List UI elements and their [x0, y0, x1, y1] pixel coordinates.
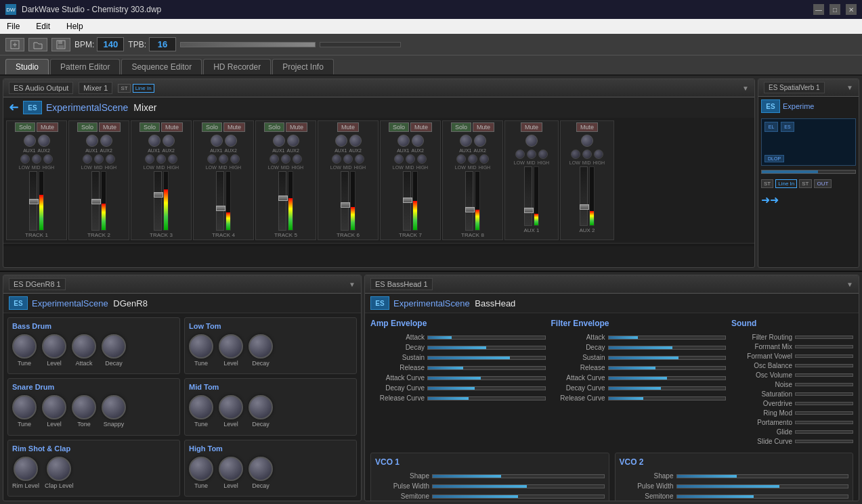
titlebar-controls[interactable]: — □ ✕	[813, 4, 857, 15]
mid-eq-t4[interactable]	[219, 154, 228, 164]
fader-t7[interactable]	[403, 171, 411, 231]
high-tom-level-knob[interactable]	[219, 457, 243, 481]
low-eq-t3[interactable]	[145, 154, 154, 164]
tab-hd-recorder[interactable]: HD Recorder	[203, 59, 271, 74]
high-eq-t2[interactable]	[106, 154, 115, 164]
mixer-collapse-arrow[interactable]: ▼	[742, 85, 749, 92]
filt-attack-slider[interactable]	[608, 336, 727, 340]
high-tom-decay-knob[interactable]	[249, 457, 273, 481]
sound-glide-slider[interactable]	[795, 430, 853, 434]
low-eq-t2[interactable]	[83, 154, 92, 164]
mute-btn-t4[interactable]: Mute	[223, 122, 245, 132]
fader-aux2[interactable]	[580, 166, 588, 226]
bpm-value[interactable]: 140	[97, 37, 124, 51]
filt-sustain-slider[interactable]	[608, 356, 727, 360]
fader-aux1[interactable]	[524, 166, 532, 226]
solo-btn-t2[interactable]: Solo	[77, 122, 98, 132]
low-tom-decay-knob[interactable]	[249, 334, 273, 359]
mute-btn-t8[interactable]: Mute	[473, 122, 494, 132]
solo-btn-t8[interactable]: Solo	[451, 122, 471, 132]
clap-level-knob[interactable]	[47, 457, 71, 481]
mute-btn-aux1[interactable]: Mute	[521, 122, 542, 132]
mid-eq-t8[interactable]	[468, 154, 477, 164]
rim-level-knob[interactable]	[14, 457, 38, 481]
aux2-knob-t7[interactable]	[412, 135, 424, 147]
aux1-knob-t1[interactable]	[24, 135, 36, 147]
maximize-button[interactable]: □	[829, 4, 840, 15]
solo-btn-t5[interactable]: Solo	[264, 122, 284, 132]
snare-level-knob[interactable]	[42, 395, 66, 419]
menu-edit[interactable]: Edit	[32, 20, 54, 32]
fader-t6[interactable]	[341, 171, 349, 231]
low-eq-a1[interactable]	[515, 150, 525, 159]
sound-noise-slider[interactable]	[795, 383, 853, 386]
low-eq-t4[interactable]	[207, 154, 217, 164]
high-eq-t4[interactable]	[230, 154, 240, 164]
low-tom-tune-knob[interactable]	[189, 334, 213, 359]
high-eq-a1[interactable]	[538, 150, 548, 159]
mid-eq-a2[interactable]	[582, 150, 592, 159]
open-button[interactable]	[28, 38, 47, 51]
sv-btn-2[interactable]: ES	[781, 122, 794, 132]
sv-btn-1[interactable]: EL	[764, 122, 778, 132]
bass-drum-attack-knob[interactable]	[72, 334, 96, 359]
mid-eq-t6[interactable]	[343, 154, 353, 164]
aux2-knob-t3[interactable]	[163, 135, 175, 147]
sound-filter-routing-slider[interactable]	[795, 336, 853, 339]
sound-ring-mod-slider[interactable]	[795, 411, 853, 415]
mid-eq-a1[interactable]	[527, 150, 536, 159]
sound-slide-curve-slider[interactable]	[795, 440, 853, 443]
aux2-knob-t8[interactable]	[474, 135, 486, 147]
tab-pattern-editor[interactable]: Pattern Editor	[50, 59, 120, 74]
aux2-knob-t5[interactable]	[287, 135, 299, 147]
aux1-knob-t4[interactable]	[211, 135, 223, 147]
mute-btn-t1[interactable]: Mute	[37, 122, 58, 132]
filt-decay-slider[interactable]	[608, 346, 727, 350]
bass-drum-level-knob[interactable]	[42, 334, 66, 359]
fader-t3[interactable]	[154, 171, 162, 231]
mid-eq-t7[interactable]	[406, 154, 415, 164]
high-eq-t1[interactable]	[43, 154, 53, 164]
tab-project-info[interactable]: Project Info	[272, 59, 334, 74]
low-tom-level-knob[interactable]	[219, 334, 243, 359]
solo-btn-t7[interactable]: Solo	[389, 122, 409, 132]
aux1-knob-t8[interactable]	[460, 135, 472, 147]
low-eq-a2[interactable]	[571, 150, 580, 159]
sv-st-2[interactable]: ST	[799, 179, 811, 188]
snare-tone-knob[interactable]	[72, 395, 96, 419]
menu-help[interactable]: Help	[62, 20, 87, 32]
menu-file[interactable]: File	[3, 20, 24, 32]
aux1-knob-t5[interactable]	[273, 135, 285, 147]
low-eq-t6[interactable]	[332, 154, 341, 164]
bass-drum-decay-knob[interactable]	[102, 334, 126, 359]
bass-drum-tune-knob[interactable]	[12, 334, 37, 359]
basshead-collapse[interactable]: ▼	[846, 281, 853, 288]
low-eq-t8[interactable]	[456, 154, 466, 164]
sv-st-1[interactable]: ST	[761, 179, 773, 188]
amp-decay-curve-slider[interactable]	[427, 386, 546, 390]
solo-btn-t1[interactable]: Solo	[15, 122, 35, 132]
mid-tom-decay-knob[interactable]	[249, 395, 273, 419]
high-eq-t5[interactable]	[293, 154, 302, 164]
filt-attack-curve-slider[interactable]	[608, 376, 727, 380]
snare-snappy-knob[interactable]	[102, 395, 126, 419]
vco1-semitone-slider[interactable]	[432, 495, 605, 499]
sound-saturation-slider[interactable]	[795, 392, 853, 396]
vco2-shape-slider[interactable]	[676, 474, 849, 478]
low-eq-t7[interactable]	[394, 154, 404, 164]
mute-btn-t2[interactable]: Mute	[99, 122, 121, 132]
sound-osc-volume-slider[interactable]	[795, 373, 853, 377]
sound-osc-balance-slider[interactable]	[795, 364, 853, 367]
mute-btn-t3[interactable]: Mute	[161, 122, 183, 132]
amp-sustain-slider[interactable]	[427, 356, 546, 360]
amp-attack-slider[interactable]	[427, 336, 546, 340]
vco1-shape-slider[interactable]	[432, 474, 605, 478]
mid-tom-tune-knob[interactable]	[189, 395, 213, 419]
sound-formant-mix-slider[interactable]	[795, 345, 853, 348]
amp-decay-slider[interactable]	[427, 346, 546, 350]
aux1-knob-t6[interactable]	[335, 135, 347, 147]
sv-out-btn[interactable]: OUT	[814, 179, 832, 188]
high-eq-a2[interactable]	[594, 150, 603, 159]
aux2-knob-t1[interactable]	[38, 135, 50, 147]
minimize-button[interactable]: —	[813, 4, 824, 15]
